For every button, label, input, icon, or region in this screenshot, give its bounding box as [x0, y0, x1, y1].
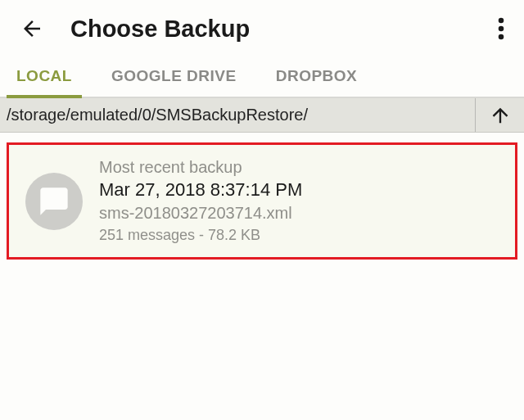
- tab-dropbox[interactable]: DROPBOX: [266, 56, 368, 98]
- up-directory-button[interactable]: [475, 98, 524, 132]
- backup-date: Mar 27, 2018 8:37:14 PM: [99, 179, 302, 201]
- path-bar: /storage/emulated/0/SMSBackupRestore/: [0, 98, 524, 133]
- backup-info: Most recent backup Mar 27, 2018 8:37:14 …: [99, 158, 302, 244]
- backup-item[interactable]: Most recent backup Mar 27, 2018 8:37:14 …: [7, 142, 517, 260]
- back-button[interactable]: [20, 16, 44, 41]
- backup-meta: 251 messages - 78.2 KB: [99, 227, 302, 244]
- message-icon-circle: [25, 173, 83, 230]
- backup-filename: sms-20180327203714.xml: [99, 204, 302, 223]
- svg-point-0: [499, 18, 504, 24]
- tabs-bar: LOCAL GOOGLE DRIVE DROPBOX: [0, 56, 524, 98]
- tab-google-drive[interactable]: GOOGLE DRIVE: [102, 56, 246, 98]
- tab-local[interactable]: LOCAL: [7, 56, 82, 98]
- svg-point-2: [499, 34, 504, 40]
- app-bar: Choose Backup: [0, 0, 524, 56]
- more-button[interactable]: [491, 13, 511, 44]
- page-title: Choose Backup: [70, 16, 491, 43]
- message-icon: [38, 185, 70, 218]
- recent-label: Most recent backup: [99, 158, 302, 177]
- backup-list: Most recent backup Mar 27, 2018 8:37:14 …: [0, 133, 524, 269]
- storage-path: /storage/emulated/0/SMSBackupRestore/: [0, 98, 475, 132]
- arrow-back-icon: [20, 16, 44, 41]
- svg-point-1: [499, 26, 504, 32]
- arrow-up-icon: [489, 104, 512, 127]
- more-vert-icon: [498, 16, 504, 41]
